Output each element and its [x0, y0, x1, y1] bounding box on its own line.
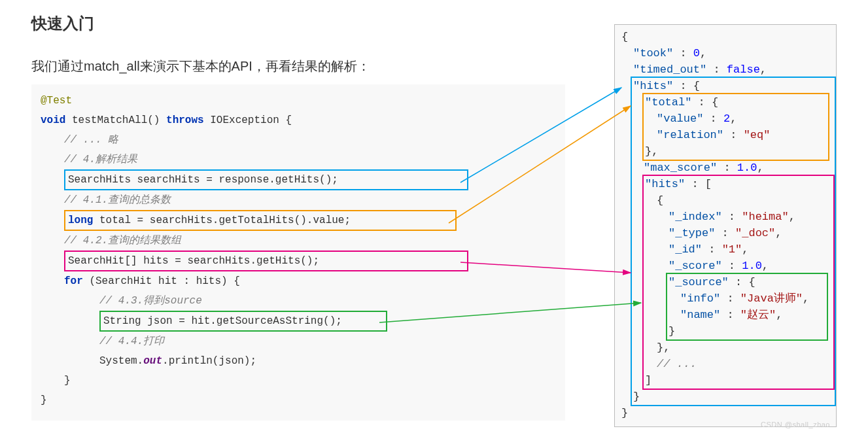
json-maxscore-key: "max_score": [644, 162, 717, 174]
json-type-key: "_type": [668, 227, 715, 239]
watermark: CSDN @shall_zhao: [761, 421, 830, 428]
print-pre: System.: [99, 355, 143, 367]
annotation-test: @Test: [41, 95, 72, 107]
for-rest: (SearchHit hit : hits) {: [83, 275, 240, 287]
json-ellipsis: // ...: [657, 358, 697, 370]
diagram-container: @Test void testMatchAll() throws IOExcep…: [31, 84, 837, 424]
json-value-key: "value": [657, 113, 703, 125]
rbrace-inner: }: [64, 375, 71, 387]
comment-41: // 4.1.查询的总条数: [64, 194, 171, 206]
json-name-val: "赵云": [740, 309, 776, 321]
json-hitsarr-key: "hits": [645, 178, 685, 190]
json-response-block: { "took" : 0, "timed_out" : false, "hits…: [614, 24, 837, 427]
json-relation-key: "relation": [657, 129, 723, 141]
json-relation-val: "eq": [744, 129, 771, 141]
rbrace-outer: }: [41, 394, 47, 406]
comment-ellipsis: // ... 略: [64, 134, 118, 146]
json-name-key: "name": [680, 309, 720, 321]
line-getsource: String json = hit.getSourceAsString();: [99, 311, 387, 332]
kw-void: void: [41, 114, 65, 126]
json-maxscore-val: 1.0: [737, 162, 757, 174]
json-score-key: "_score": [668, 260, 722, 272]
kw-for: for: [64, 275, 83, 287]
comment-43: // 4.3.得到source: [99, 295, 202, 307]
line-hitsarr: SearchHit[] hits = searchHits.getHits();: [64, 251, 468, 271]
method-ex: IOException {: [204, 114, 292, 126]
comment-44: // 4.4.打印: [99, 336, 164, 347]
java-code-block: @Test void testMatchAll() throws IOExcep…: [31, 84, 565, 421]
json-total-key: "total": [645, 96, 691, 109]
json-hitsarr-box: "hits" : [ { "_index" : "heima", "_type"…: [642, 175, 835, 390]
json-info-key: "info": [680, 292, 720, 305]
json-value-val: 2: [723, 113, 730, 125]
json-hits-key: "hits": [633, 80, 673, 92]
json-source-key: "_source": [668, 276, 729, 288]
json-timedout-key: "timed_out": [633, 63, 706, 76]
json-score-val: 1.0: [742, 260, 762, 272]
json-timedout-val: false: [727, 63, 760, 76]
json-id-val: "1": [722, 243, 742, 256]
kw-throws: throws: [166, 114, 204, 126]
json-took-key: "took": [633, 47, 673, 60]
json-hits-box: "hits" : { "total" : { "value" : 2, "rel…: [631, 77, 836, 406]
json-index-key: "_index": [668, 211, 722, 223]
line-gethits: SearchHits searchHits = response.getHits…: [64, 169, 468, 190]
json-index-val: "heima": [742, 211, 788, 223]
comment-42: // 4.2.查询的结果数组: [64, 235, 181, 247]
json-open: {: [621, 31, 628, 43]
json-info-val: "Java讲师": [740, 292, 803, 305]
json-type-val: "_doc": [735, 227, 775, 239]
json-total-box: "total" : { "value" : 2, "relation" : "e…: [642, 93, 829, 161]
json-close: }: [621, 407, 628, 419]
print-out: out: [143, 355, 162, 367]
line-total: long total = searchHits.getTotalHits().v…: [64, 210, 457, 231]
method-name: testMatchAll(): [65, 114, 166, 126]
json-source-box: "_source" : { "info" : "Java讲师", "name" …: [666, 273, 828, 341]
json-id-key: "_id": [668, 243, 702, 256]
json-took-val: 0: [693, 47, 700, 60]
comment-4: // 4.解析结果: [64, 154, 137, 165]
print-post: .println(json);: [162, 355, 256, 367]
